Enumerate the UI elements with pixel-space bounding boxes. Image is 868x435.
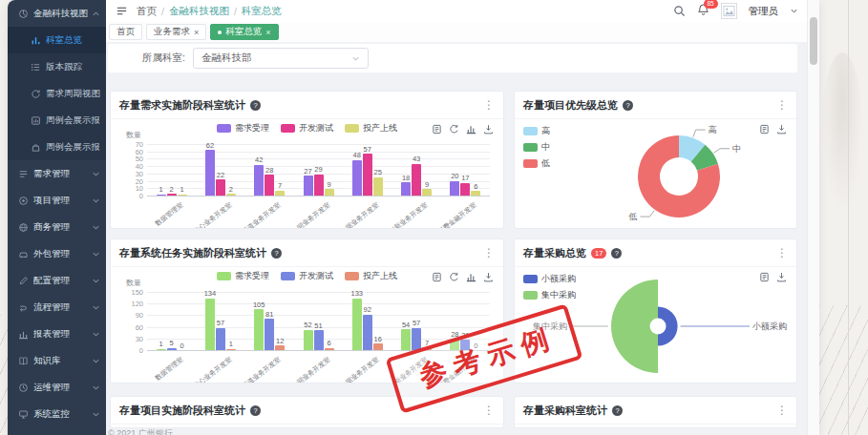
bar[interactable] xyxy=(304,330,313,350)
menu-collapse-icon[interactable] xyxy=(116,5,128,17)
legend-item[interactable]: 投产上线 xyxy=(345,122,397,135)
legend-item[interactable]: 低 xyxy=(523,157,550,170)
bar[interactable] xyxy=(363,315,372,350)
more-menu-icon[interactable] xyxy=(483,248,495,258)
bar[interactable] xyxy=(373,177,383,196)
legend-item[interactable]: 中 xyxy=(523,141,550,154)
breadcrumb-item[interactable]: 首页 xyxy=(137,5,157,18)
sidebar-item-weekly-report-project[interactable]: 周例会展示报表-项目 xyxy=(8,107,106,134)
help-icon[interactable] xyxy=(271,248,282,259)
bar[interactable] xyxy=(265,319,274,350)
data-view-icon[interactable] xyxy=(759,124,770,135)
sidebar-item-demand-cycle-view[interactable]: 需求周期视图 xyxy=(8,80,106,107)
bar[interactable] xyxy=(178,195,187,197)
search-icon[interactable] xyxy=(673,5,686,17)
sidebar-item-system-mgmt[interactable]: 系统管理 xyxy=(8,427,106,435)
data-view-icon[interactable] xyxy=(432,272,442,282)
restore-icon[interactable] xyxy=(449,124,459,135)
close-icon[interactable]: × xyxy=(265,28,270,37)
bar[interactable] xyxy=(205,150,215,196)
bar[interactable] xyxy=(205,299,215,350)
restore-icon[interactable] xyxy=(449,272,459,282)
close-icon[interactable]: × xyxy=(194,28,199,37)
sidebar-item-demand-mgmt[interactable]: 需求管理 xyxy=(8,160,106,187)
tab-business-demand[interactable]: 业务需求× xyxy=(146,24,206,40)
more-menu-icon[interactable] xyxy=(776,100,788,110)
sidebar-item-ops-mgmt[interactable]: 运维管理 xyxy=(8,374,106,401)
notifications-button[interactable]: 85 xyxy=(697,3,709,20)
bar[interactable] xyxy=(325,189,334,196)
data-view-icon[interactable] xyxy=(759,272,770,282)
more-menu-icon[interactable] xyxy=(483,405,495,415)
sidebar-item-fintech-view[interactable]: 金融科技视图 xyxy=(8,0,106,27)
bar[interactable] xyxy=(314,175,324,196)
department-select[interactable]: 金融科技部 xyxy=(193,48,369,69)
sidebar-item-process-mgmt[interactable]: 流程管理 xyxy=(8,294,106,321)
sidebar-item-knowledge-base[interactable]: 知识库 xyxy=(8,347,106,374)
breadcrumb-item[interactable]: 金融科技视图 xyxy=(169,5,229,18)
bar[interactable] xyxy=(254,165,264,196)
bar[interactable] xyxy=(275,191,285,196)
legend-item[interactable]: 开发测试 xyxy=(281,122,333,135)
download-icon[interactable] xyxy=(776,272,787,282)
bar[interactable] xyxy=(401,182,411,196)
bar[interactable] xyxy=(450,181,459,196)
sidebar-item-system-monitor[interactable]: 系统监控 xyxy=(8,401,106,427)
bar[interactable] xyxy=(216,328,225,350)
breadcrumb-item[interactable]: 科室总览 xyxy=(242,5,282,18)
legend-item[interactable]: 需求受理 xyxy=(217,270,269,282)
sidebar-item-business-mgmt[interactable]: 商务管理 xyxy=(8,214,106,240)
sidebar-item-version-tracking[interactable]: 版本跟踪 xyxy=(8,53,106,80)
bar[interactable] xyxy=(216,179,225,196)
bar[interactable] xyxy=(325,348,334,350)
scrollbar[interactable] xyxy=(807,0,819,435)
sidebar-item-report-mgmt[interactable]: 报表管理 xyxy=(8,321,106,347)
help-icon[interactable] xyxy=(611,248,622,259)
chevron-down-icon[interactable] xyxy=(790,7,798,15)
bar[interactable] xyxy=(363,154,372,196)
help-icon[interactable] xyxy=(250,100,261,111)
chart-switch-icon[interactable] xyxy=(466,124,476,135)
chart-switch-icon[interactable] xyxy=(466,272,476,282)
bar[interactable] xyxy=(226,349,236,351)
legend-item[interactable]: 开发测试 xyxy=(281,270,333,282)
sidebar-item-weekly-report-purchase[interactable]: 周例会展示报表-采购 xyxy=(8,134,106,160)
legend-item[interactable]: 高 xyxy=(523,125,550,137)
legend-item[interactable]: 集中采购 xyxy=(523,289,576,301)
legend-item[interactable]: 需求受理 xyxy=(217,122,269,135)
bar[interactable] xyxy=(275,345,285,350)
bar[interactable] xyxy=(352,299,362,350)
bar[interactable] xyxy=(157,349,166,351)
avatar[interactable] xyxy=(721,3,737,19)
legend-item[interactable]: 投产上线 xyxy=(345,270,397,282)
bar[interactable] xyxy=(167,194,177,196)
project-priority-donut-chart[interactable]: 高中低高中低 xyxy=(515,119,796,228)
bar[interactable] xyxy=(157,195,166,197)
bar[interactable] xyxy=(265,175,274,196)
help-icon[interactable] xyxy=(612,405,623,416)
bar[interactable] xyxy=(412,328,421,350)
bar[interactable] xyxy=(412,164,421,196)
bar[interactable] xyxy=(460,183,470,196)
scrollbar-thumb[interactable] xyxy=(810,17,817,65)
bar[interactable] xyxy=(401,329,411,350)
data-view-icon[interactable] xyxy=(432,124,442,135)
bar[interactable] xyxy=(254,309,264,350)
download-icon[interactable] xyxy=(483,124,494,135)
demand-stage-bar-chart[interactable]: 需求受理开发测试投产上线数量010203040506070121数据管理室622… xyxy=(111,119,503,228)
more-menu-icon[interactable] xyxy=(776,405,788,415)
help-icon[interactable] xyxy=(623,100,633,111)
user-name[interactable]: 管理员 xyxy=(749,5,779,18)
download-icon[interactable] xyxy=(483,272,494,282)
bar[interactable] xyxy=(422,189,432,196)
bar[interactable] xyxy=(226,194,236,196)
bar[interactable] xyxy=(314,330,324,350)
tab-home[interactable]: 首页 xyxy=(109,24,142,40)
bar[interactable] xyxy=(352,160,362,196)
more-menu-icon[interactable] xyxy=(776,248,788,258)
tab-dept-overview[interactable]: 科室总览× xyxy=(210,24,278,40)
sidebar-item-config-mgmt[interactable]: 配置管理 xyxy=(8,267,106,294)
more-menu-icon[interactable] xyxy=(483,100,495,110)
bar[interactable] xyxy=(471,191,480,196)
sidebar-item-dept-overview[interactable]: 科室总览 xyxy=(8,27,106,53)
